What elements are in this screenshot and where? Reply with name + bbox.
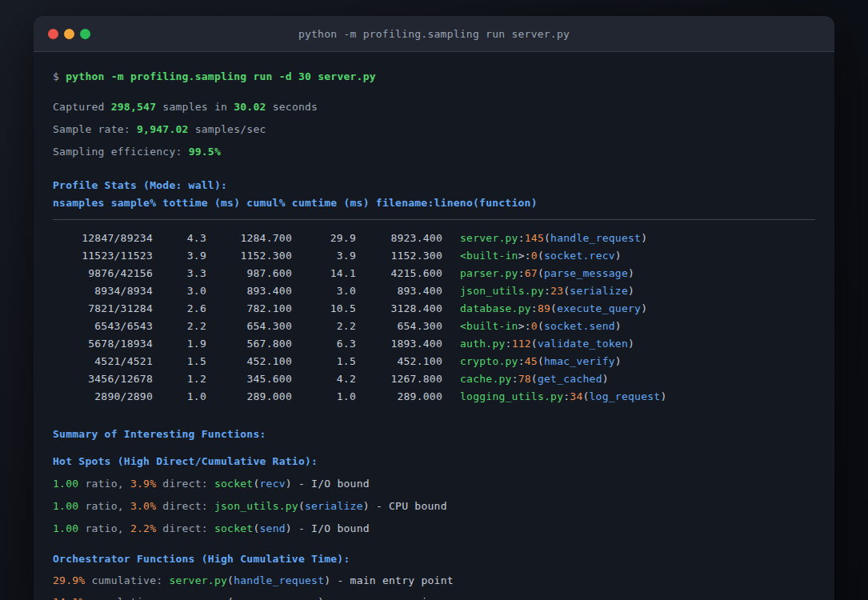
module-name: json_utils.py	[214, 500, 298, 512]
cell-location: json_utils.py:23(serialize)	[460, 282, 634, 300]
cell-sample-pct: 2.6	[153, 300, 206, 318]
function-name: serialize	[570, 285, 628, 297]
function-name: get_cached	[538, 373, 602, 385]
direct-label: direct:	[162, 522, 208, 534]
stat-label: Sampling efficiency:	[53, 146, 182, 158]
cell-cumtime: 289.000	[356, 388, 442, 406]
open-paren: (	[227, 596, 234, 600]
cumulative-pct: 14.1%	[53, 596, 85, 600]
bound-note: - CPU bound	[376, 500, 447, 512]
command-line: $ python -m profiling.sampling run -d 30…	[53, 68, 815, 86]
file-name: database.py	[460, 302, 531, 314]
close-paren: )	[318, 596, 324, 600]
open-paren: (	[538, 250, 544, 262]
function-name: handle_request	[234, 574, 324, 586]
cell-tottime: 782.100	[206, 300, 292, 318]
cell-tottime: 567.800	[206, 335, 292, 353]
stat-label: seconds	[273, 101, 318, 113]
table-row: 8934/89343.0893.4003.0893.400json_utils.…	[53, 282, 815, 300]
stat-label: Sample rate:	[53, 123, 130, 135]
table-row: 9876/421563.3987.60014.14215.600parser.p…	[53, 265, 815, 282]
cell-tottime: 893.400	[206, 282, 292, 300]
window-controls	[48, 29, 90, 39]
cell-cumul-pct: 6.3	[292, 335, 356, 353]
close-paren: )	[324, 574, 330, 586]
file-name-tail: >	[518, 250, 525, 262]
table-columns-header: nsamples sample% tottime (ms) cumul% cum…	[53, 194, 815, 212]
colon-symbol: :	[518, 267, 525, 279]
cell-sample-pct: 3.9	[153, 247, 206, 265]
open-paren: (	[531, 373, 538, 385]
line-number: 89	[538, 302, 550, 314]
function-name: send	[260, 522, 286, 534]
cell-nsamples: 12847/89234	[53, 230, 153, 247]
ratio-value: 1.00	[53, 500, 78, 512]
module-name: socket	[214, 522, 253, 534]
cell-cumul-pct: 1.0	[292, 388, 356, 406]
cell-sample-pct: 3.3	[153, 265, 206, 282]
function-name: log_request	[590, 390, 661, 402]
function-name: execute_query	[557, 302, 641, 314]
module-name: server.py	[169, 574, 227, 586]
function-ref: json_utils.py(serialize)	[214, 500, 370, 512]
cumulative-pct: 29.9%	[53, 574, 85, 586]
close-paren: )	[286, 478, 292, 490]
close-paren: )	[660, 390, 666, 402]
cell-nsamples: 11523/11523	[53, 247, 153, 265]
maximize-window-button[interactable]	[80, 29, 90, 39]
open-paren: (	[538, 267, 544, 279]
cell-cumtime: 1152.300	[356, 247, 442, 265]
samples-count: 298,547	[111, 101, 157, 113]
cell-sample-pct: 1.9	[153, 335, 206, 353]
stat-unit: samples/sec	[195, 123, 266, 135]
command-text: python -m profiling.sampling run -d 30 s…	[66, 70, 376, 82]
file-name: server.py	[460, 232, 518, 244]
file-name: json_utils.py	[460, 285, 544, 297]
table-row: 6543/65432.2654.3002.2654.300<built-in>:…	[53, 318, 815, 335]
close-paren: )	[286, 522, 292, 534]
cell-location: parser.py:67(parse_message)	[460, 265, 634, 282]
cell-cumul-pct: 2.2	[292, 318, 356, 335]
colon-symbol: :	[518, 355, 525, 367]
cell-nsamples: 7821/31284	[53, 300, 153, 318]
cell-sample-pct: 1.5	[153, 353, 206, 370]
cell-cumul-pct: 1.5	[292, 353, 356, 370]
duration-value: 30.02	[234, 101, 266, 113]
cell-cumtime: 893.400	[356, 282, 442, 300]
window-title: python -m profiling.sampling run server.…	[34, 28, 834, 40]
file-name: <built-in	[460, 320, 518, 332]
module-name: parser.py	[169, 596, 227, 600]
cell-tottime: 987.600	[206, 265, 292, 282]
hot-spot-line: 1.00 ratio, 2.2% direct: socket(send) - …	[53, 520, 815, 538]
sample-rate-line: Sample rate: 9,947.02 samples/sec	[53, 121, 815, 138]
close-paren: )	[615, 320, 622, 332]
orchestrator-line: 29.9% cumulative: server.py(handle_reque…	[53, 572, 815, 590]
colon-symbol: :	[518, 232, 525, 244]
open-paren: (	[538, 355, 544, 367]
open-paren: (	[538, 320, 544, 332]
cell-sample-pct: 4.3	[153, 230, 206, 247]
function-name: socket.send	[544, 320, 615, 332]
terminal-window: python -m profiling.sampling run server.…	[34, 16, 834, 600]
direct-label: direct:	[162, 478, 208, 490]
cell-location: <built-in>:0(socket.send)	[460, 318, 622, 335]
file-name: parser.py	[460, 267, 518, 279]
open-paren: (	[227, 574, 234, 586]
file-name: auth.py	[460, 338, 506, 350]
open-paren: (	[253, 478, 259, 490]
colon-symbol: :	[525, 250, 531, 262]
cell-sample-pct: 3.0	[153, 282, 206, 300]
close-paren: )	[615, 250, 622, 262]
cell-tottime: 1284.700	[206, 230, 292, 247]
open-paren: (	[544, 232, 550, 244]
close-window-button[interactable]	[48, 29, 58, 39]
colon-symbol: :	[531, 302, 538, 314]
ratio-label: ratio,	[85, 522, 123, 534]
cell-nsamples: 2890/2890	[53, 388, 153, 406]
minimize-window-button[interactable]	[64, 29, 74, 39]
function-name: hmac_verify	[544, 355, 615, 367]
close-paren: )	[602, 373, 609, 385]
table-row: 5678/189341.9567.8006.31893.400auth.py:1…	[53, 335, 815, 353]
cell-nsamples: 5678/18934	[53, 335, 153, 353]
cell-cumul-pct: 4.2	[292, 370, 356, 388]
